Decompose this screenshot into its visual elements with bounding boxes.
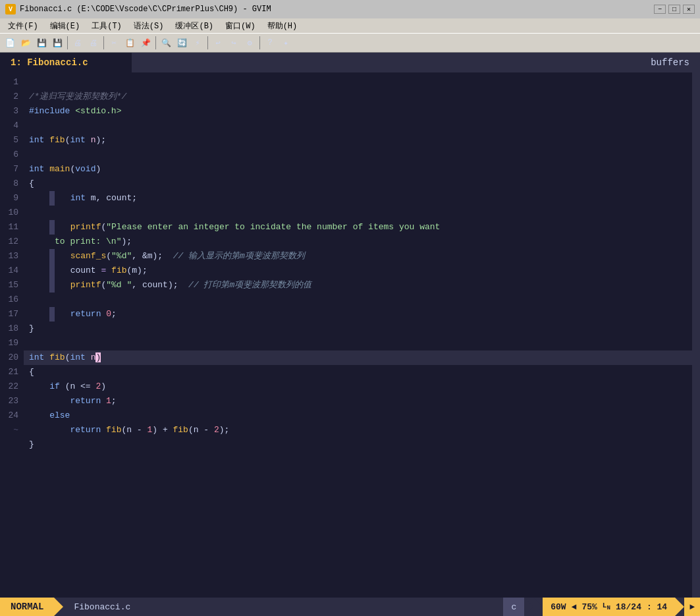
tb-action2[interactable]: ⚙ <box>242 36 257 50</box>
menu-buffer[interactable]: 缓冲区(B) <box>170 19 219 33</box>
line-num-21: 21 <box>5 365 18 379</box>
line-numbers: 1 2 3 4 5 6 7 8 9 10 11 12 13 14 15 16 1… <box>0 72 24 598</box>
line-6: int main(void) <box>29 164 101 174</box>
line-23: return fib(n - 1) + fib(n - 2); <box>29 425 229 435</box>
line-8: int m, count; <box>29 193 137 203</box>
toolbar-sep-3 <box>155 36 156 49</box>
line-num-16: 16 <box>5 293 18 307</box>
tb-open[interactable]: 📂 <box>18 36 33 50</box>
line-18: int fib(int n) <box>24 350 692 365</box>
line-19: { <box>29 367 34 377</box>
tb-print2[interactable]: 🖨 <box>86 36 101 50</box>
menu-window[interactable]: 窗口(W) <box>220 19 261 33</box>
line-1: /*递归写斐波那契数列*/ <box>29 92 126 101</box>
scrollbar[interactable] <box>692 72 700 598</box>
line-num-22: 22 <box>5 379 18 394</box>
line-16: } <box>29 323 34 333</box>
tb-action1[interactable]: ⚡ <box>190 36 205 50</box>
title-bar: V Fibonacci.c (E:\CODE\Vscode\C\CPrimerP… <box>0 0 700 18</box>
mode-indicator: NORMAL <box>0 598 54 616</box>
line-10b: to print: \n"); <box>29 237 132 246</box>
line-num-23: 23 <box>5 394 18 408</box>
toolbar-sep-1 <box>67 36 68 49</box>
tb-print[interactable]: 🖨 <box>70 36 85 50</box>
toolbar: 📄 📂 💾 💾 🖨 🖨 ✂ 📋 📌 🔍 🔄 ⚡ ↩ ↪ ⚙ ? ✦ <box>0 33 700 53</box>
window-title: Fibonacci.c (E:\CODE\Vscode\C\CPrimerPlu… <box>20 5 650 14</box>
line-num-20: 20 <box>5 350 18 365</box>
line-num-14: 14 <box>5 264 18 278</box>
tb-find[interactable]: 🔍 <box>159 36 173 50</box>
line-num-9: 9 <box>5 191 18 206</box>
menu-file[interactable]: 文件(F) <box>3 19 43 33</box>
line-num-4: 4 <box>5 119 18 133</box>
line-num-15: 15 <box>5 278 18 293</box>
minimize-button[interactable]: − <box>654 5 666 14</box>
code-area[interactable]: /*递归写斐波那契数列*/ #include <stdio.h> int fib… <box>24 72 692 598</box>
tb-macro[interactable]: ✦ <box>279 36 293 50</box>
toolbar-sep-4 <box>207 36 208 49</box>
window-controls: − □ ✕ <box>654 5 695 14</box>
tb-replace[interactable]: 🔄 <box>175 36 189 50</box>
line-11: scanf_s("%d", &m); // 输入显示的第m项斐波那契数列 <box>29 251 305 261</box>
line-4: int fib(int n); <box>29 135 106 145</box>
line-num-tilde: ~ <box>5 423 18 437</box>
line-num-13: 13 <box>5 249 18 264</box>
menu-edit[interactable]: 编辑(E) <box>45 19 86 33</box>
line-21: return 1; <box>29 396 117 406</box>
status-position: 60W ◄ 75% LN 18/24 : 14 <box>543 598 675 616</box>
line-num-8: 8 <box>5 177 18 191</box>
tb-save2[interactable]: 💾 <box>50 36 65 50</box>
line-num-2: 2 <box>5 90 18 104</box>
tb-undo[interactable]: ↩ <box>211 36 225 50</box>
line-20: if (n <= 2) <box>29 381 106 391</box>
status-arrow-2 <box>524 598 533 616</box>
toolbar-sep-5 <box>259 36 260 49</box>
line-num-3: 3 <box>5 104 18 119</box>
line-22: else <box>29 410 70 420</box>
line-num-6: 6 <box>5 148 18 162</box>
status-arrow-left: ◄ <box>572 602 577 612</box>
close-button[interactable]: ✕ <box>683 5 695 14</box>
line-13: printf("%d ", count); // 打印第m项斐波那契数列的值 <box>29 280 311 290</box>
menu-help[interactable]: 帮助(H) <box>262 19 303 33</box>
status-ln: LN <box>603 602 610 611</box>
tb-cut[interactable]: ✂ <box>107 36 121 50</box>
maximize-button[interactable]: □ <box>668 5 680 14</box>
tb-redo[interactable]: ↪ <box>227 36 241 50</box>
tb-copy[interactable]: 📋 <box>122 36 137 50</box>
status-bar: NORMAL Fibonacci.c c 60W ◄ 75% LN 18/24 … <box>0 598 700 616</box>
line-2: #include <stdio.h> <box>29 106 121 116</box>
line-24: } <box>29 439 34 449</box>
line-num-5: 5 <box>5 133 18 148</box>
tb-help[interactable]: ? <box>263 36 277 50</box>
status-percent: 75% <box>581 602 597 612</box>
line-12: count = fib(m); <box>29 266 148 275</box>
status-arrow-4 <box>675 598 684 616</box>
status-filetype: c <box>503 598 524 616</box>
menu-syntax[interactable]: 语法(S) <box>128 19 169 33</box>
status-col: : 14 <box>647 602 667 612</box>
tb-paste[interactable]: 📌 <box>138 36 153 50</box>
status-filename: Fibonacci.c <box>63 602 141 612</box>
status-arrow-1 <box>54 598 63 616</box>
tab-bar: 1: Fibonacci.c buffers <box>0 53 700 72</box>
line-num-10: 10 <box>5 206 18 220</box>
menu-tools[interactable]: 工具(T) <box>86 19 127 33</box>
line-num-24: 24 <box>5 408 18 423</box>
line-num-1: 1 <box>5 75 18 90</box>
line-10: printf("Please enter an integer to incid… <box>29 222 440 232</box>
toolbar-sep-2 <box>103 36 104 49</box>
tab-fibonacci[interactable]: 1: Fibonacci.c <box>0 53 132 72</box>
tb-save[interactable]: 💾 <box>34 36 49 50</box>
app-icon: V <box>5 4 16 14</box>
tab-buffers[interactable]: buffers <box>640 53 700 72</box>
line-num-11: 11 <box>5 220 18 235</box>
tb-new[interactable]: 📄 <box>3 36 17 50</box>
menu-bar: 文件(F) 编辑(E) 工具(T) 语法(S) 缓冲区(B) 窗口(W) 帮助(… <box>0 18 700 33</box>
status-words: 60W <box>551 602 566 612</box>
status-arrow-3 <box>533 598 543 616</box>
status-lineinfo: 18/24 <box>616 602 641 612</box>
line-7: { <box>29 179 34 188</box>
line-num-12: 12 <box>5 235 18 249</box>
status-more: ► <box>684 598 700 616</box>
